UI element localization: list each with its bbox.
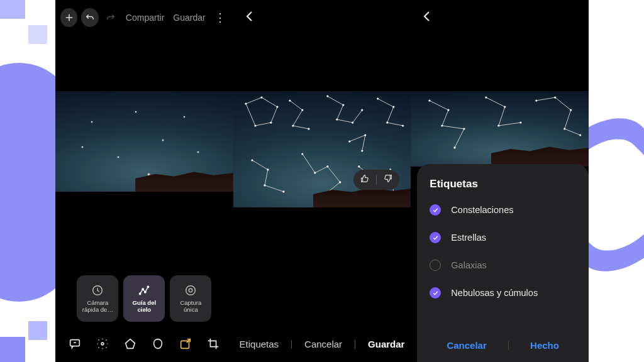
back-button[interactable] [419,9,435,24]
svg-point-23 [361,109,363,111]
sheet-done-button[interactable]: Hecho [518,336,572,354]
tool-export[interactable] [179,337,192,351]
svg-point-25 [392,106,394,107]
skyguide-icon [137,283,151,297]
svg-point-5 [186,286,196,295]
thumbs-up-button[interactable] [360,173,370,186]
svg-point-44 [429,99,431,101]
share-button[interactable]: Compartir [126,13,164,23]
svg-point-15 [289,99,291,101]
tag-item-estrellas[interactable]: Estrellas [430,228,576,247]
tool-enhance[interactable] [96,337,109,351]
checkbox-checked-icon [430,287,441,299]
svg-point-55 [570,109,572,111]
sparkle-icon [96,337,109,351]
svg-point-49 [486,96,487,98]
tool-object[interactable] [151,337,165,351]
tool-tags[interactable] [123,337,137,351]
panel-capture: Compartir Guardar ⋮ [55,0,233,362]
svg-point-14 [254,124,256,126]
capture-modes: Cámararápida de… Guía delcielo Capturaún… [77,275,211,322]
svg-point-24 [377,97,379,99]
export-icon [179,337,192,351]
bottom-tool-row [68,337,220,351]
svg-point-41 [348,140,350,142]
thumbs-down-button[interactable] [383,173,393,186]
mode-label: Cámararápida de… [82,300,113,314]
crop-icon [206,337,220,351]
chevron-left-icon [242,9,257,24]
mode-skyguide[interactable]: Guía delcielo [123,275,165,322]
svg-point-26 [386,121,388,123]
checkbox-checked-icon [430,204,441,216]
svg-point-28 [251,159,253,161]
sheet-cancel-button[interactable]: Cancelar [434,336,499,354]
svg-point-22 [352,121,353,123]
stars-overlay [55,91,233,192]
separator [508,341,509,350]
singlecapture-icon [184,283,197,297]
kebab-icon: ⋮ [214,11,226,24]
tags-bottom-sheet: Etiquetas Constelaciones Estrellas [417,164,589,362]
tool-crop[interactable] [206,337,220,351]
redo-icon [105,12,116,23]
svg-point-53 [536,99,538,101]
svg-point-10 [245,102,247,104]
thumbs-up-icon [360,173,370,184]
svg-point-45 [448,109,450,111]
svg-point-19 [326,95,328,97]
screenshot-triptych: Compartir Guardar ⋮ [55,0,589,362]
redo-button[interactable] [103,8,119,27]
undo-icon [84,12,96,23]
svg-point-17 [292,124,294,126]
svg-point-13 [270,121,272,123]
constellations-overlay [233,91,411,207]
svg-point-11 [260,96,262,98]
blob-icon [151,337,165,351]
tag-item-constelaciones[interactable]: Constelaciones [430,200,576,219]
svg-point-43 [361,150,363,151]
add-button[interactable] [60,8,77,27]
mode-label: Guía delcielo [133,300,156,314]
svg-point-31 [282,190,284,192]
undo-button[interactable] [81,8,98,27]
tag-item-nebulosas[interactable]: Nebulosas y cúmulos [430,283,576,302]
svg-point-29 [267,168,269,170]
save-button[interactable]: Guardar [173,13,205,23]
plus-icon [64,12,75,23]
mode-single[interactable]: Capturaúnica [170,275,211,322]
sheet-title: Etiquetas [430,178,576,190]
svg-point-52 [520,121,522,123]
svg-point-34 [326,165,328,167]
svg-point-20 [342,104,344,106]
svg-point-33 [314,172,316,173]
sky-preview-annotated-dimmed [411,91,589,167]
chat-icon [68,337,82,351]
back-button[interactable] [242,9,257,24]
svg-point-35 [339,181,341,183]
svg-point-27 [402,124,404,126]
svg-point-47 [464,128,465,129]
cancel-button[interactable]: Cancelar [302,339,345,349]
svg-point-36 [323,194,325,195]
sheet-actions: Cancelar Hecho [430,331,576,354]
panel-tags-edit: Etiquetas Cancelar Guardar [233,0,411,362]
tag-list: Constelaciones Estrellas Galaxias [430,200,576,331]
save-button[interactable]: Guardar [365,339,407,349]
more-options-button[interactable]: ⋮ [212,16,228,19]
svg-point-57 [579,134,581,136]
svg-point-30 [264,184,265,186]
tags-button[interactable]: Etiquetas [237,339,282,349]
tag-icon [123,337,137,351]
svg-point-32 [301,153,303,155]
separator [291,340,292,349]
checkbox-checked-icon [430,232,441,243]
tag-item-galaxias[interactable]: Galaxias [430,256,576,275]
chevron-left-icon [419,9,435,24]
checkbox-unchecked-icon [430,260,441,271]
mode-timelapse[interactable]: Cámararápida de… [77,275,118,322]
sky-preview-annotated [233,91,411,207]
tool-comment[interactable] [68,337,82,351]
svg-point-37 [358,165,360,167]
watermark-shape [0,312,50,362]
